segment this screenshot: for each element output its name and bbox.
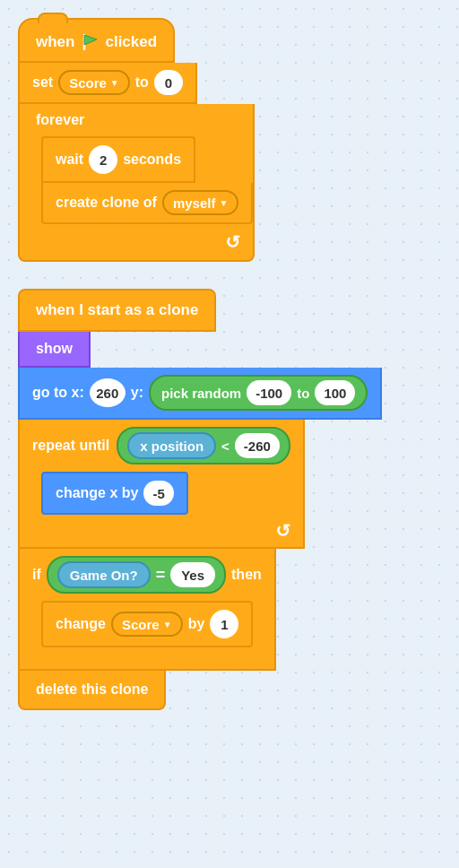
x-value[interactable]: 260: [90, 378, 126, 407]
forever-loop-arrow: ↻: [225, 231, 240, 253]
create-clone-block[interactable]: create clone of myself ▼: [41, 183, 253, 224]
if-condition[interactable]: Game On? = Yes: [47, 556, 226, 594]
change-x-value[interactable]: -5: [143, 481, 173, 506]
show-block[interactable]: show: [18, 332, 91, 368]
repeat-condition[interactable]: x position < -260: [117, 427, 290, 464]
flag-icon: [80, 32, 100, 52]
svg-marker-1: [84, 35, 97, 45]
change-score-dropdown[interactable]: Score ▼: [111, 612, 183, 637]
random-to[interactable]: 100: [315, 380, 355, 405]
if-bottom: [20, 647, 274, 669]
repeat-inner: change x by -5: [41, 472, 303, 515]
myself-dropdown-arrow: ▼: [219, 198, 228, 208]
change-x-block[interactable]: change x by -5: [41, 472, 188, 515]
forever-bottom: ↻: [20, 224, 253, 260]
when-clicked-hat[interactable]: when clicked: [18, 18, 175, 63]
set-score-block[interactable]: set Score ▼ to 0: [18, 63, 197, 104]
repeat-loop-arrow: ↻: [275, 520, 290, 542]
set-label: set: [32, 74, 53, 91]
repeat-until-block[interactable]: repeat until x position < -260 change x …: [18, 420, 305, 549]
change-score-block[interactable]: change Score ▼ by 1: [41, 601, 253, 647]
group2: when I start as a clone show go to x: 26…: [18, 289, 441, 710]
score-value[interactable]: 0: [154, 70, 183, 95]
change-score-dropdown-arrow: ▼: [163, 620, 172, 629]
delete-clone-block[interactable]: delete this clone: [18, 671, 166, 710]
wait-value[interactable]: 2: [89, 145, 117, 174]
when-label: when: [36, 33, 74, 51]
forever-block[interactable]: forever wait 2 seconds create clone of m…: [18, 104, 255, 262]
when-start-as-clone-hat[interactable]: when I start as a clone: [18, 289, 216, 332]
repeat-bottom: ↻: [20, 515, 303, 547]
score-dropdown[interactable]: Score ▼: [58, 70, 130, 95]
score-dropdown-arrow: ▼: [110, 78, 119, 88]
if-condition-value[interactable]: Yes: [170, 562, 215, 587]
wait-block[interactable]: wait 2 seconds: [41, 136, 195, 183]
lt-operator: <: [221, 438, 230, 454]
if-inner: change Score ▼ by 1: [41, 601, 274, 647]
equals-operator: =: [156, 566, 166, 585]
x-position-block[interactable]: x position: [127, 432, 216, 459]
group1: when clicked set Score ▼ to 0 forever: [18, 18, 441, 262]
to-label: to: [135, 74, 149, 91]
repeat-until-header: repeat until x position < -260: [20, 420, 303, 472]
repeat-condition-value[interactable]: -260: [235, 433, 280, 458]
clicked-label: clicked: [105, 33, 157, 51]
change-score-value[interactable]: 1: [210, 610, 238, 638]
forever-label: forever: [20, 104, 253, 136]
pick-random-block[interactable]: pick random -100 to 100: [149, 375, 368, 411]
go-to-block[interactable]: go to x: 260 y: pick random -100 to 100: [18, 368, 382, 420]
forever-inner: wait 2 seconds create clone of myself ▼: [41, 136, 253, 224]
if-header: if Game On? = Yes then: [20, 549, 274, 601]
myself-dropdown[interactable]: myself ▼: [162, 190, 238, 215]
if-block[interactable]: if Game On? = Yes then change Score ▼: [18, 549, 276, 671]
random-from[interactable]: -100: [247, 380, 291, 405]
game-on-variable[interactable]: Game On?: [57, 561, 151, 588]
